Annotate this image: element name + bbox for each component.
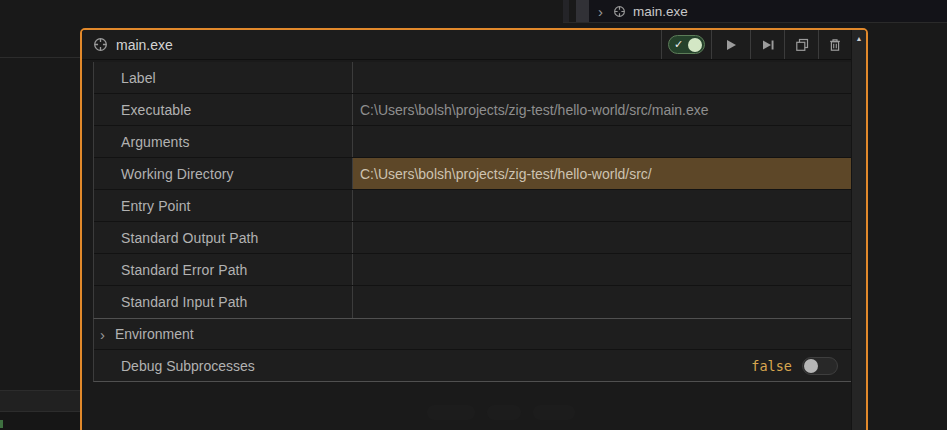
table-row: Arguments bbox=[94, 126, 851, 158]
row-value-field-selected[interactable]: C:\Users\bolsh\projects/zig-test/hello-w… bbox=[353, 158, 851, 189]
dialog-scrollbar[interactable]: ▲ bbox=[851, 30, 866, 430]
scroll-up-button[interactable]: ▲ bbox=[852, 30, 866, 46]
target-icon bbox=[93, 37, 108, 52]
bg-panel-strip bbox=[0, 391, 80, 411]
table-row: Label bbox=[94, 62, 851, 94]
trash-icon bbox=[827, 37, 843, 53]
row-value-field[interactable] bbox=[353, 62, 851, 93]
toggle-knob bbox=[804, 359, 818, 373]
row-label: Label bbox=[94, 62, 353, 93]
toggle-knob bbox=[688, 38, 702, 52]
dialog-content: Label Executable C:\Users\bolsh\projects… bbox=[82, 60, 851, 430]
bg-divider bbox=[563, 22, 947, 23]
row-label: Entry Point bbox=[94, 190, 353, 221]
dialog-title: main.exe bbox=[116, 37, 173, 53]
debug-subprocesses-toggle[interactable] bbox=[802, 357, 838, 375]
table-row: Standard Output Path bbox=[94, 222, 851, 254]
row-label: Standard Output Path bbox=[94, 222, 353, 253]
dimmed-button bbox=[487, 405, 521, 420]
play-icon bbox=[723, 37, 739, 53]
dimmed-button bbox=[533, 405, 575, 420]
run-button[interactable] bbox=[711, 30, 750, 59]
chevron-right-icon[interactable]: › bbox=[598, 4, 603, 19]
row-value-field[interactable] bbox=[353, 286, 851, 318]
row-value-field[interactable] bbox=[353, 222, 851, 253]
tree-item-label: main.exe bbox=[633, 4, 688, 19]
screen: › main.exe main.exe bbox=[0, 0, 947, 430]
dialog-title-bar: main.exe ✓ bbox=[82, 30, 851, 60]
section-label: Debug Subprocesses bbox=[94, 358, 255, 374]
bg-divider bbox=[0, 57, 80, 58]
dimmed-button bbox=[427, 405, 475, 420]
row-label: Arguments bbox=[94, 126, 353, 157]
dimmed-controls bbox=[427, 405, 851, 420]
sections-table: › Environment Debug Subprocesses false bbox=[93, 319, 851, 382]
check-icon: ✓ bbox=[674, 39, 683, 50]
skip-to-end-icon bbox=[760, 37, 776, 53]
table-row: Executable C:\Users\bolsh\projects/zig-t… bbox=[94, 94, 851, 126]
status-mark bbox=[0, 420, 3, 428]
target-properties-dialog: main.exe ✓ bbox=[80, 28, 868, 430]
environment-row[interactable]: › Environment bbox=[94, 319, 851, 350]
row-value-field[interactable] bbox=[353, 126, 851, 157]
target-icon bbox=[613, 5, 626, 18]
target-tree-item[interactable]: › main.exe bbox=[589, 0, 947, 22]
row-label: Working Directory bbox=[94, 158, 353, 189]
table-row: Standard Error Path bbox=[94, 254, 851, 286]
toggle-on-switch[interactable]: ✓ bbox=[668, 35, 705, 54]
enabled-toggle[interactable]: ✓ bbox=[661, 30, 711, 59]
copy-icon bbox=[794, 37, 810, 53]
bg-panel-dark bbox=[0, 412, 80, 430]
table-row: Entry Point bbox=[94, 190, 851, 222]
section-label: Environment bbox=[115, 326, 194, 342]
boolean-value: false bbox=[751, 358, 792, 374]
duplicate-button[interactable] bbox=[784, 30, 818, 59]
properties-table: Label Executable C:\Users\bolsh\projects… bbox=[93, 62, 851, 319]
debug-subprocesses-row: Debug Subprocesses false bbox=[94, 350, 851, 381]
delete-button[interactable] bbox=[818, 30, 851, 59]
run-to-end-button[interactable] bbox=[750, 30, 784, 59]
row-value-field[interactable] bbox=[353, 190, 851, 221]
bg-scrollbar-thumb[interactable] bbox=[576, 0, 589, 22]
row-label: Standard Input Path bbox=[94, 286, 353, 318]
bg-scrollbar-track[interactable] bbox=[563, 0, 569, 22]
row-label: Executable bbox=[94, 94, 353, 125]
row-value-field[interactable] bbox=[353, 254, 851, 285]
table-row: Standard Input Path bbox=[94, 286, 851, 318]
row-label: Standard Error Path bbox=[94, 254, 353, 285]
row-value-field[interactable]: C:\Users\bolsh\projects/zig-test/hello-w… bbox=[353, 94, 851, 125]
table-row: Working Directory C:\Users\bolsh\project… bbox=[94, 158, 851, 190]
chevron-right-icon[interactable]: › bbox=[100, 327, 105, 342]
